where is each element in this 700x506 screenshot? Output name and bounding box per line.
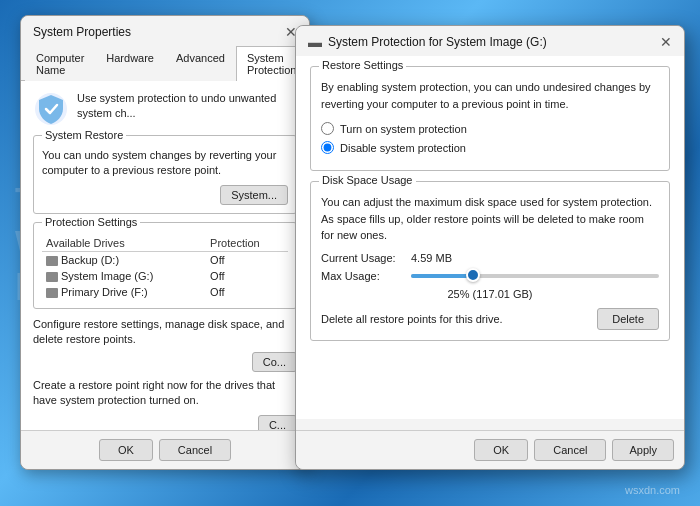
table-row[interactable]: Backup (D:) Off — [42, 251, 288, 268]
max-usage-row: Max Usage: — [321, 270, 659, 282]
col-drives: Available Drives — [42, 235, 206, 252]
tab-computer-name[interactable]: Computer Name — [25, 46, 95, 81]
system-properties-dialog: System Properties ✕ Computer Name Hardwa… — [20, 15, 310, 470]
delete-button[interactable]: Delete — [597, 308, 659, 330]
sys-prot-title-icon: ▬ — [308, 34, 322, 50]
radio-turn-on-input[interactable] — [321, 122, 334, 135]
bottom-watermark: wsxdn.com — [625, 484, 680, 496]
drive-icon — [46, 256, 58, 266]
disk-space-slider-container — [411, 274, 659, 278]
system-props-cancel-button[interactable]: Cancel — [159, 439, 231, 461]
system-restore-text: You can undo system changes by reverting… — [42, 148, 288, 179]
disk-space-title: Disk Space Usage — [319, 174, 416, 186]
create-text: Create a restore point right now for the… — [33, 378, 297, 409]
system-restore-group: System Restore You can undo system chang… — [33, 135, 297, 214]
sys-prot-apply-button[interactable]: Apply — [612, 439, 674, 461]
sys-prot-ok-button[interactable]: OK — [474, 439, 528, 461]
table-row[interactable]: System Image (G:) Off — [42, 268, 288, 284]
sys-prot-footer: OK Cancel Apply — [296, 430, 684, 469]
slider-thumb[interactable] — [466, 268, 480, 282]
tab-hardware[interactable]: Hardware — [95, 46, 165, 81]
drive-icon — [46, 272, 58, 282]
shield-icon — [33, 91, 69, 127]
restore-desc: By enabling system protection, you can u… — [321, 79, 659, 112]
disk-desc: You can adjust the maximum disk space us… — [321, 194, 659, 244]
system-props-footer: OK Cancel — [21, 430, 309, 469]
system-props-title-bar: System Properties ✕ — [21, 16, 309, 46]
sys-prot-cancel-button[interactable]: Cancel — [534, 439, 606, 461]
sys-prot-body: Restore Settings By enabling system prot… — [296, 56, 684, 419]
protection-settings-group: Protection Settings Available Drives Pro… — [33, 222, 297, 309]
sys-prot-title-bar: ▬ System Protection for System Image (G:… — [296, 26, 684, 56]
disk-space-box: Disk Space Usage You can adjust the maxi… — [310, 181, 670, 341]
system-restore-title: System Restore — [42, 129, 126, 141]
system-props-ok-button[interactable]: OK — [99, 439, 153, 461]
col-protection: Protection — [206, 235, 288, 252]
protection-settings-title: Protection Settings — [42, 216, 140, 228]
sys-prot-title: System Protection for System Image (G:) — [328, 35, 547, 49]
radio-disable-input[interactable] — [321, 141, 334, 154]
radio-disable-label: Disable system protection — [340, 142, 466, 154]
drives-table: Available Drives Protection Backup (D:) … — [42, 235, 288, 300]
slider-track — [411, 274, 659, 278]
slider-pct-label: 25% (117.01 GB) — [321, 288, 659, 300]
sys-prot-close-button[interactable]: ✕ — [658, 34, 674, 50]
system-props-title: System Properties — [33, 25, 131, 39]
drive-icon — [46, 288, 58, 298]
delete-label: Delete all restore points for this drive… — [321, 313, 503, 325]
current-usage-row: Current Usage: 4.59 MB — [321, 252, 659, 264]
restore-settings-box: Restore Settings By enabling system prot… — [310, 66, 670, 171]
slider-fill — [411, 274, 473, 278]
tabs-bar: Computer Name Hardware Advanced System P… — [21, 46, 309, 81]
configure-button[interactable]: Co... — [252, 352, 297, 372]
restore-settings-title: Restore Settings — [319, 59, 406, 71]
radio-turn-on[interactable]: Turn on system protection — [321, 122, 659, 135]
system-restore-button[interactable]: System... — [220, 185, 288, 205]
table-row[interactable]: Primary Drive (F:) Off — [42, 284, 288, 300]
radio-turn-on-label: Turn on system protection — [340, 123, 467, 135]
delete-row: Delete all restore points for this drive… — [321, 308, 659, 330]
current-usage-label: Current Usage: — [321, 252, 411, 264]
radio-disable[interactable]: Disable system protection — [321, 141, 659, 154]
configure-text: Configure restore settings, manage disk … — [33, 317, 297, 348]
system-props-body: Use system protection to undo unwanted s… — [21, 81, 309, 444]
system-protection-dialog: ▬ System Protection for System Image (G:… — [295, 25, 685, 470]
system-props-desc: Use system protection to undo unwanted s… — [77, 91, 297, 122]
tab-advanced[interactable]: Advanced — [165, 46, 236, 81]
current-usage-value: 4.59 MB — [411, 252, 452, 264]
max-usage-label: Max Usage: — [321, 270, 411, 282]
header-icon-row: Use system protection to undo unwanted s… — [33, 91, 297, 127]
